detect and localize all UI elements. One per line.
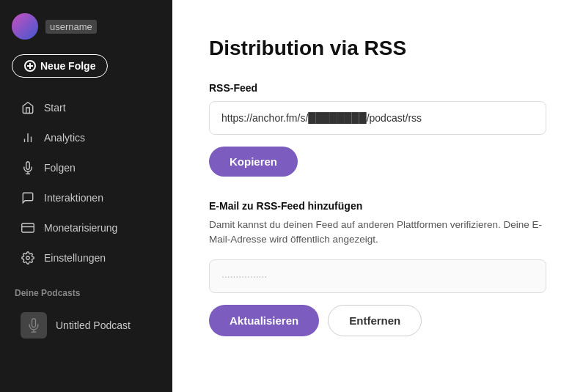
username-label: username (45, 20, 97, 34)
main-content: Distribution via RSS RSS-Feed Kopieren E… (172, 0, 583, 392)
neue-folge-button[interactable]: Neue Folge (12, 54, 108, 78)
sidebar-item-monetarisierung[interactable]: Monetarisierung (6, 213, 166, 243)
page-title: Distribution via RSS (209, 37, 546, 60)
nav-list: Start Analytics Folgen Interaktionen (0, 89, 172, 276)
email-input[interactable] (209, 259, 546, 293)
email-section-title: E-Mail zu RSS-Feed hinzufügen (209, 200, 546, 212)
bar-chart-icon (21, 130, 35, 145)
sidebar-item-einstellungen-label: Einstellungen (44, 252, 106, 264)
email-description: Damit kannst du deinen Feed auf anderen … (209, 218, 546, 248)
sidebar-item-folgen-label: Folgen (44, 162, 76, 174)
update-button[interactable]: Aktualisieren (209, 305, 319, 336)
plus-icon (24, 60, 36, 72)
sidebar-item-folgen[interactable]: Folgen (6, 153, 166, 182)
podcast-thumbnail (21, 312, 47, 339)
sidebar-item-start[interactable]: Start (6, 93, 166, 122)
settings-icon (21, 251, 35, 265)
sidebar: username Neue Folge Start Analytics (0, 0, 172, 392)
sidebar-item-einstellungen[interactable]: Einstellungen (6, 243, 166, 273)
svg-rect-8 (22, 223, 34, 232)
message-icon (21, 191, 35, 205)
credit-card-icon (21, 221, 35, 235)
sidebar-item-monetarisierung-label: Monetarisierung (44, 222, 117, 234)
action-buttons: Aktualisieren Entfernen (209, 305, 546, 336)
sidebar-item-interaktionen[interactable]: Interaktionen (6, 183, 166, 212)
sidebar-item-analytics[interactable]: Analytics (6, 123, 166, 152)
home-icon (21, 100, 35, 115)
remove-button[interactable]: Entfernen (328, 305, 422, 336)
deine-podcasts-label: Deine Podcasts (0, 276, 172, 304)
rss-feed-label: RSS-Feed (209, 82, 546, 94)
sidebar-item-start-label: Start (44, 102, 66, 114)
sidebar-item-analytics-label: Analytics (44, 132, 85, 144)
rss-url-input[interactable] (209, 101, 546, 135)
sidebar-header: username (0, 0, 172, 51)
podcast-list-item[interactable]: Untitled Podcast (6, 305, 166, 346)
sidebar-item-interaktionen-label: Interaktionen (44, 192, 103, 204)
podcast-name: Untitled Podcast (56, 319, 131, 331)
avatar (12, 13, 38, 40)
mic-icon (21, 160, 35, 175)
copy-button[interactable]: Kopieren (209, 147, 298, 177)
podcast-thumb-icon (26, 318, 41, 333)
svg-point-10 (26, 256, 30, 260)
